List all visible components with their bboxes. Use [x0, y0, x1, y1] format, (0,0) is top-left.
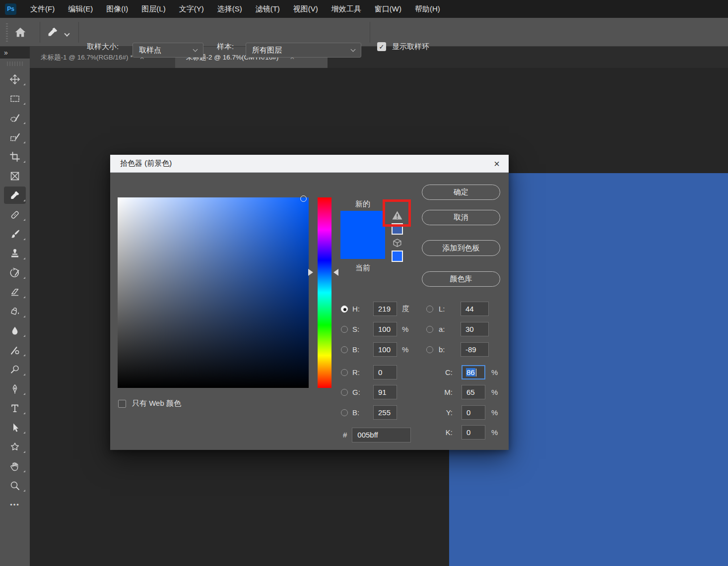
path-selection-tool[interactable]: [0, 418, 30, 437]
color-libraries-button[interactable]: 颜色库: [422, 271, 500, 287]
edit-toolbar-icon[interactable]: •••: [0, 495, 30, 514]
menu-window[interactable]: 窗口(W): [375, 4, 401, 14]
menu-image[interactable]: 图像(I): [106, 4, 128, 14]
k-label: K:: [426, 428, 453, 437]
dodge-tool[interactable]: [0, 360, 30, 379]
web-safe-swatch[interactable]: [392, 251, 403, 262]
dialog-title-bar[interactable]: 拾色器 (前景色) ×: [110, 155, 509, 173]
separator: [40, 22, 40, 43]
add-to-swatches-button[interactable]: 添加到色板: [422, 240, 500, 256]
lab-b-value: -89: [465, 345, 476, 354]
menu-view[interactable]: 视图(V): [293, 4, 318, 14]
menu-help[interactable]: 帮助(H): [415, 4, 440, 14]
menu-type[interactable]: 文字(Y): [179, 4, 204, 14]
h-radio[interactable]: [341, 306, 348, 313]
paint-bucket-tool[interactable]: [0, 302, 30, 321]
m-value: 65: [466, 388, 475, 396]
type-tool[interactable]: [0, 398, 30, 418]
l-field[interactable]: 44: [461, 302, 489, 316]
menu-filter[interactable]: 滤镜(T): [256, 4, 280, 14]
g-value: 91: [378, 388, 387, 396]
web-color-cube-icon[interactable]: [392, 238, 403, 251]
panel-grip[interactable]: [7, 62, 23, 66]
a-field[interactable]: 30: [461, 322, 489, 336]
l-radio[interactable]: [426, 306, 433, 313]
home-icon[interactable]: [14, 26, 27, 40]
hue-slider[interactable]: [318, 197, 331, 388]
cancel-button[interactable]: 取消: [422, 210, 500, 225]
spot-healing-brush-tool[interactable]: [0, 205, 30, 224]
sample-size-label: 取样大小:: [87, 42, 119, 52]
hue-slider-handle-right[interactable]: [333, 269, 338, 276]
brush-tool[interactable]: [0, 224, 30, 244]
h-unit: 度: [402, 304, 409, 314]
mixer-brush-tool[interactable]: [0, 340, 30, 360]
hand-tool[interactable]: [0, 456, 30, 476]
menu-bar: Ps 文件(F) 编辑(E) 图像(I) 图层(L) 文字(Y) 选择(S) 滤…: [0, 0, 728, 18]
s-radio[interactable]: [341, 326, 348, 333]
separator: [370, 22, 370, 43]
r-field[interactable]: 0: [373, 365, 397, 379]
menu-select[interactable]: 选择(S): [217, 4, 242, 14]
annotation-highlight-rectangle: [383, 199, 411, 227]
custom-shape-tool[interactable]: [0, 437, 30, 456]
rgb-b-field[interactable]: 255: [373, 405, 397, 420]
eyedropper-options-icon[interactable]: [47, 26, 59, 40]
options-bar-grip[interactable]: [6, 23, 8, 42]
g-field[interactable]: 91: [373, 385, 397, 399]
m-field[interactable]: 65: [462, 385, 485, 399]
pen-tool[interactable]: [0, 379, 30, 398]
saturation-brightness-field[interactable]: [118, 197, 309, 388]
s-field[interactable]: 100: [373, 322, 397, 336]
h-label: H:: [352, 305, 367, 313]
text-caret: [476, 369, 476, 377]
hex-field[interactable]: 005bff: [352, 428, 411, 442]
dialog-close-icon[interactable]: ×: [490, 157, 504, 171]
color-picker-dialog: 拾色器 (前景色) × 新的 当前: [110, 155, 509, 450]
menu-plugins[interactable]: 增效工具: [331, 4, 361, 14]
eraser-tool[interactable]: [0, 282, 30, 302]
clone-stamp-tool[interactable]: [0, 244, 30, 263]
hue-slider-handle-left[interactable]: [308, 269, 313, 276]
new-current-swatch: [340, 211, 385, 259]
lab-b-radio[interactable]: [426, 346, 433, 353]
rectangular-marquee-tool[interactable]: [0, 89, 30, 108]
rgb-b-radio[interactable]: [341, 409, 348, 416]
g-radio[interactable]: [341, 389, 348, 396]
move-tool[interactable]: [0, 69, 30, 89]
dialog-title: 拾色器 (前景色): [120, 159, 172, 168]
sample-size-dropdown[interactable]: 取样点: [132, 43, 203, 58]
menu-edit[interactable]: 编辑(E): [68, 4, 93, 14]
k-field[interactable]: 0: [462, 425, 485, 440]
sample-dropdown[interactable]: 所有图层: [246, 43, 361, 58]
c-unit: %: [491, 368, 498, 377]
current-color-swatch[interactable]: [340, 235, 385, 259]
eyedropper-tool[interactable]: [0, 186, 30, 205]
frame-tool[interactable]: [0, 166, 30, 186]
eyedropper-dropdown-chevron[interactable]: [65, 32, 69, 36]
blur-tool[interactable]: [0, 321, 30, 340]
menu-layer[interactable]: 图层(L): [141, 4, 165, 14]
c-value: 86: [466, 368, 475, 377]
zoom-tool[interactable]: [0, 476, 30, 495]
y-field[interactable]: 0: [462, 405, 485, 420]
lab-b-field[interactable]: -89: [461, 342, 489, 357]
lasso-tool[interactable]: [0, 108, 30, 127]
h-field[interactable]: 219: [373, 302, 397, 316]
color-field-marker[interactable]: [300, 195, 307, 202]
c-field[interactable]: 86: [462, 365, 485, 379]
b-label: B:: [352, 345, 367, 354]
history-brush-tool[interactable]: [0, 263, 30, 282]
b-field[interactable]: 100: [373, 342, 397, 357]
crop-tool[interactable]: [0, 147, 30, 166]
object-selection-tool[interactable]: [0, 127, 30, 147]
panel-expand-button[interactable]: »: [0, 47, 30, 59]
a-radio[interactable]: [426, 326, 433, 333]
tool-panel: •••: [0, 59, 30, 566]
show-sampling-ring-checkbox[interactable]: ✓: [377, 42, 386, 51]
ok-button[interactable]: 确定: [422, 185, 500, 200]
menu-file[interactable]: 文件(F): [30, 4, 55, 14]
b-radio[interactable]: [341, 346, 348, 353]
web-only-checkbox[interactable]: [118, 400, 126, 408]
r-radio[interactable]: [341, 369, 348, 376]
